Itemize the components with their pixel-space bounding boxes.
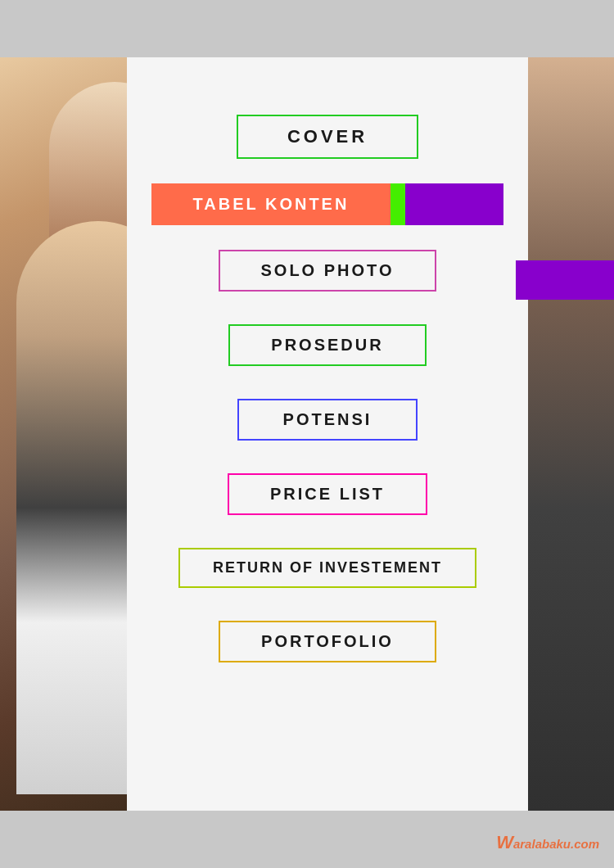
tabel-label: TABEL KONTEN xyxy=(193,195,350,213)
solo-label: SOLO PHOTO xyxy=(261,261,395,279)
cover-label: COVER xyxy=(287,126,368,147)
pricelist-box[interactable]: PRICE LIST xyxy=(228,473,427,515)
portofolio-box[interactable]: PORTOFOLIO xyxy=(219,621,436,662)
solo-photo-item[interactable]: SOLO PHOTO xyxy=(219,250,437,308)
purple-extension xyxy=(516,260,614,300)
cover-box[interactable]: COVER xyxy=(237,115,418,159)
portofolio-label: PORTOFOLIO xyxy=(261,632,394,650)
portofolio-item[interactable]: PORTOFOLIO xyxy=(219,621,436,662)
potensi-label: POTENSI xyxy=(283,410,372,428)
prosedur-box[interactable]: PROSEDUR xyxy=(228,324,426,366)
cover-item[interactable]: COVER xyxy=(237,115,418,159)
logo-text: aralabaku.com xyxy=(513,837,599,851)
tabel-purple-segment xyxy=(405,183,503,225)
pricelist-label: PRICE LIST xyxy=(270,485,385,503)
tabel-konten-row[interactable]: TABEL KONTEN xyxy=(151,183,503,225)
bg-photo-right xyxy=(516,57,614,811)
top-bar xyxy=(0,0,614,57)
prosedur-label: PROSEDUR xyxy=(271,336,383,354)
pricelist-item[interactable]: PRICE LIST xyxy=(228,473,427,531)
roi-item[interactable]: RETURN OF INVESTEMENT xyxy=(178,548,476,604)
solo-box[interactable]: SOLO PHOTO xyxy=(219,250,437,292)
tabel-green-segment xyxy=(391,183,405,225)
roi-label: RETURN OF INVESTEMENT xyxy=(213,559,442,576)
roi-box[interactable]: RETURN OF INVESTEMENT xyxy=(178,548,476,588)
tabel-main[interactable]: TABEL KONTEN xyxy=(151,183,391,225)
main-card: COVER TABEL KONTEN SOLO PHOTO PROSEDUR P… xyxy=(127,57,528,811)
logo: Waralabaku.com xyxy=(496,832,599,853)
potensi-box[interactable]: POTENSI xyxy=(237,399,418,441)
prosedur-item[interactable]: PROSEDUR xyxy=(228,324,426,382)
logo-w: W xyxy=(496,832,513,852)
potensi-item[interactable]: POTENSI xyxy=(237,399,418,457)
